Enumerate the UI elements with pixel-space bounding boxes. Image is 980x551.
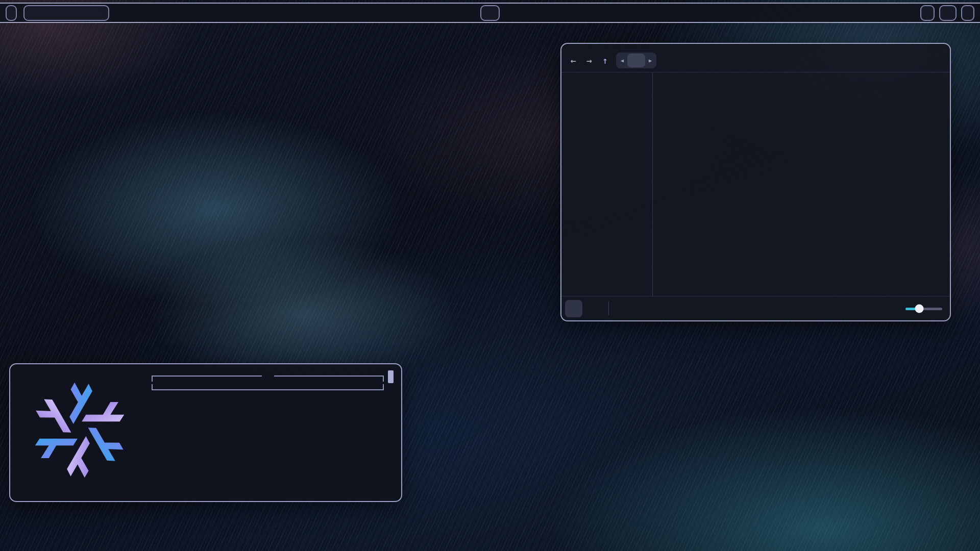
audio-visualizer (23, 5, 109, 21)
toggle-sidebar-button[interactable] (614, 300, 631, 317)
sidebar (561, 72, 653, 296)
tree-pane-button[interactable] (584, 300, 602, 317)
nixos-logo (27, 372, 133, 488)
forward-button[interactable]: → (581, 55, 597, 66)
folder-view (653, 72, 950, 296)
status-divider (608, 302, 609, 315)
fetch-frame-top (152, 370, 384, 382)
system-monitor-rings[interactable] (920, 5, 935, 21)
terminal-window[interactable] (9, 363, 402, 502)
desktop: { "bar": { "workspaces": [ { "label": "四… (0, 0, 980, 551)
places-pane-button[interactable] (565, 300, 582, 317)
file-manager-window: ← → ↑ ◀ ▶ (560, 43, 951, 321)
path-tab[interactable] (627, 54, 645, 67)
breadcrumb: ◀ ▶ (616, 53, 656, 68)
window-body (561, 72, 950, 296)
clock[interactable] (939, 5, 957, 21)
fastfetch-output (152, 370, 384, 390)
bar-right-group (920, 5, 974, 21)
slider-thumb[interactable] (915, 304, 924, 313)
hostname (262, 370, 274, 382)
top-bar (0, 3, 980, 23)
toolbar: ← → ↑ ◀ ▶ (561, 50, 950, 72)
menu-bar (561, 44, 950, 50)
window-title-pill[interactable] (480, 5, 500, 21)
icon-size-slider[interactable] (905, 304, 942, 313)
breadcrumb-right-icon[interactable]: ▶ (646, 58, 654, 63)
terminal-cursor (388, 370, 394, 383)
workspace-switcher (6, 5, 17, 21)
power-button[interactable] (961, 5, 974, 21)
back-button[interactable]: ← (566, 55, 581, 66)
up-button[interactable]: ↑ (597, 55, 613, 66)
fetch-frame-bottom (152, 384, 384, 390)
status-bar (561, 296, 950, 320)
breadcrumb-left-icon[interactable]: ◀ (618, 58, 626, 63)
